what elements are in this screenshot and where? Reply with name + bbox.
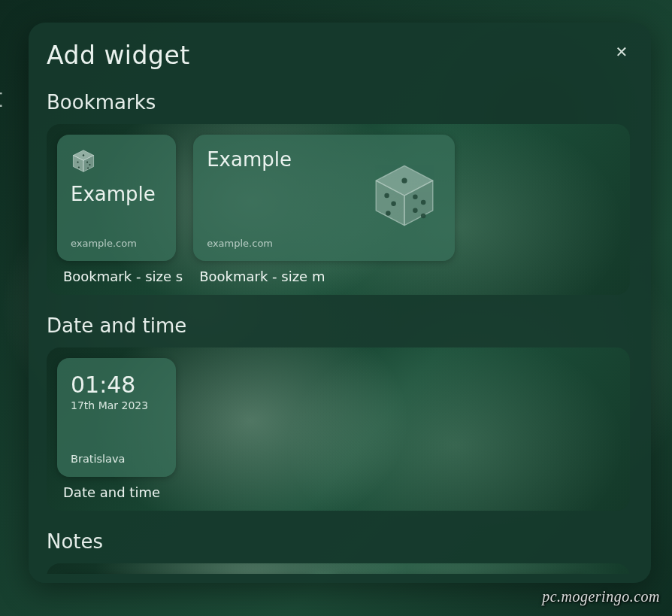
svg-point-4 xyxy=(77,162,78,163)
datetime-date: 17th Mar 2023 xyxy=(71,399,162,411)
section-title-datetime: Date and time xyxy=(47,314,630,337)
widget-option-datetime[interactable]: 01:48 17th Mar 2023 Bratislava Date and … xyxy=(57,358,176,500)
bookmark-small-label: Bookmark - size s xyxy=(57,269,183,284)
widget-option-bookmark-s[interactable]: Example example.com Bookmark - size s xyxy=(57,135,183,284)
bookmark-card-small: Example example.com xyxy=(57,135,176,261)
svg-point-8 xyxy=(87,167,89,168)
datetime-location: Bratislava xyxy=(71,453,162,465)
bookmark-card-medium: Example example.com xyxy=(193,135,455,261)
modal-scroll-area[interactable]: Bookmarks xyxy=(47,86,633,574)
modal-header: Add widget ✕ xyxy=(47,41,633,70)
svg-point-16 xyxy=(413,195,417,199)
close-button[interactable]: ✕ xyxy=(610,41,633,63)
watermark-text: pc.mogeringo.com xyxy=(542,588,660,605)
svg-point-19 xyxy=(421,214,425,218)
datetime-card: 01:48 17th Mar 2023 Bratislava xyxy=(57,358,176,477)
modal-title: Add widget xyxy=(47,41,190,70)
datetime-label: Date and time xyxy=(57,484,176,500)
svg-point-6 xyxy=(86,162,88,163)
bookmark-medium-label: Bookmark - size m xyxy=(193,269,455,284)
dice-icon xyxy=(371,162,438,229)
bookmark-small-title: Example xyxy=(71,183,162,205)
section-title-notes: Notes xyxy=(47,530,630,553)
section-panel-notes: Shopping list Shopping list xyxy=(47,563,630,574)
add-widget-modal: Add widget ✕ Bookmarks xyxy=(29,23,651,583)
bookmark-small-subtitle: example.com xyxy=(71,238,162,249)
section-panel-datetime: 01:48 17th Mar 2023 Bratislava Date and … xyxy=(47,347,630,511)
svg-point-12 xyxy=(402,178,407,184)
svg-point-3 xyxy=(83,154,84,156)
svg-point-14 xyxy=(392,202,396,206)
svg-point-18 xyxy=(413,208,417,213)
close-icon: ✕ xyxy=(616,43,628,61)
datetime-time: 01:48 xyxy=(71,372,162,398)
svg-point-15 xyxy=(386,211,390,215)
svg-point-17 xyxy=(421,200,425,205)
svg-point-13 xyxy=(385,193,389,198)
svg-point-5 xyxy=(78,166,80,168)
bookmark-medium-subtitle: example.com xyxy=(207,238,273,249)
section-panel-bookmarks: Example example.com Bookmark - size s Ex… xyxy=(47,124,630,295)
svg-point-7 xyxy=(89,164,90,165)
dice-icon xyxy=(71,148,162,174)
section-title-bookmarks: Bookmarks xyxy=(47,91,630,114)
widget-option-bookmark-m[interactable]: Example example.com xyxy=(193,135,455,284)
